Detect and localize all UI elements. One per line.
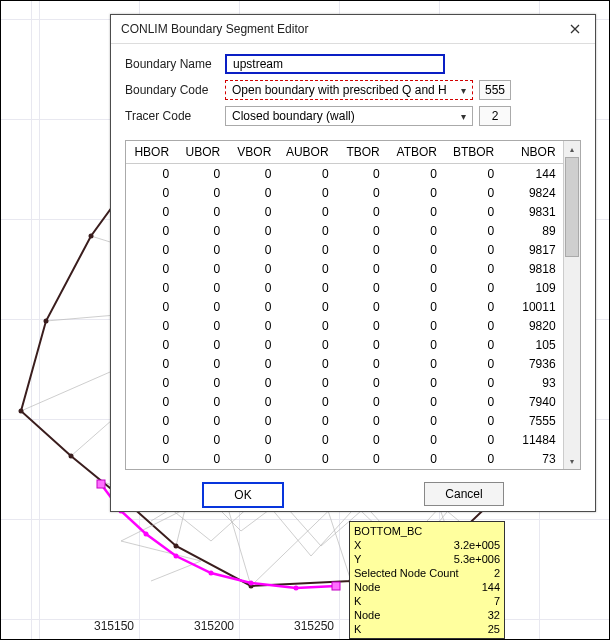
cell: 0 <box>126 468 177 469</box>
scroll-thumb[interactable] <box>565 157 579 257</box>
cell: 9818 <box>502 259 563 278</box>
column-header[interactable]: UBOR <box>177 141 228 164</box>
column-header[interactable]: TBOR <box>337 141 388 164</box>
table-row[interactable]: 000000073 <box>126 449 580 468</box>
cell: 0 <box>228 183 279 202</box>
table-row[interactable]: 000000010011 <box>126 297 580 316</box>
table-row[interactable]: 0000000109 <box>126 278 580 297</box>
cell: 0 <box>279 164 336 184</box>
table-row[interactable]: 000000011481 <box>126 468 580 469</box>
cell: 0 <box>388 259 445 278</box>
table-row[interactable]: 000000089 <box>126 221 580 240</box>
column-header[interactable]: BTBOR <box>445 141 502 164</box>
cell: 0 <box>388 164 445 184</box>
cell: 0 <box>126 240 177 259</box>
column-header[interactable]: NBOR <box>502 141 563 164</box>
cell: 0 <box>445 259 502 278</box>
cell: 0 <box>279 240 336 259</box>
chevron-down-icon: ▾ <box>461 85 466 96</box>
table-row[interactable]: 00000009824 <box>126 183 580 202</box>
cell: 0 <box>337 278 388 297</box>
svg-point-25 <box>334 584 339 589</box>
table-row[interactable]: 00000009831 <box>126 202 580 221</box>
svg-point-17 <box>69 454 74 459</box>
tracer-code-number: 2 <box>479 106 511 126</box>
svg-point-0 <box>19 409 24 414</box>
scroll-down-icon[interactable]: ▾ <box>564 453 580 469</box>
boundary-code-select[interactable]: Open boundary with prescribed Q and H ▾ <box>225 80 473 100</box>
cell: 0 <box>228 240 279 259</box>
cell: 0 <box>126 354 177 373</box>
ok-button[interactable]: OK <box>202 482 284 508</box>
table-row[interactable]: 00000007940 <box>126 392 580 411</box>
scroll-up-icon[interactable]: ▴ <box>564 141 580 157</box>
column-header[interactable]: ATBOR <box>388 141 445 164</box>
cancel-button[interactable]: Cancel <box>424 482 504 506</box>
scrollbar[interactable]: ▴ ▾ <box>563 141 580 469</box>
cell: 0 <box>228 259 279 278</box>
cell: 0 <box>388 202 445 221</box>
cell: 0 <box>445 430 502 449</box>
info-row: Node144 <box>354 580 500 594</box>
cell: 0 <box>445 392 502 411</box>
axis-tick-3: 315250 <box>294 619 334 633</box>
cell: 0 <box>279 259 336 278</box>
cell: 0 <box>126 449 177 468</box>
cell: 0 <box>126 259 177 278</box>
selected-node-marker-2[interactable] <box>332 582 340 590</box>
cell: 0 <box>177 430 228 449</box>
cell: 0 <box>228 221 279 240</box>
table-row[interactable]: 00000009818 <box>126 259 580 278</box>
cell: 7555 <box>502 411 563 430</box>
column-header[interactable]: AUBOR <box>279 141 336 164</box>
cell: 0 <box>228 449 279 468</box>
cell: 0 <box>279 297 336 316</box>
cell: 0 <box>228 316 279 335</box>
tracer-code-value: Closed boundary (wall) <box>232 109 355 123</box>
cell: 0 <box>445 183 502 202</box>
svg-point-15 <box>174 544 179 549</box>
svg-point-20 <box>144 532 149 537</box>
cell: 0 <box>445 221 502 240</box>
table-row[interactable]: 000000093 <box>126 373 580 392</box>
boundary-name-input[interactable] <box>225 54 445 74</box>
dialog-title: CONLIM Boundary Segment Editor <box>121 22 561 36</box>
cell: 0 <box>126 164 177 184</box>
close-icon[interactable] <box>561 19 589 39</box>
cell: 0 <box>177 468 228 469</box>
cell: 0 <box>177 316 228 335</box>
selected-node-marker-1[interactable] <box>97 480 105 488</box>
tracer-code-select[interactable]: Closed boundary (wall) ▾ <box>225 106 473 126</box>
cell: 0 <box>228 297 279 316</box>
cell: 0 <box>337 297 388 316</box>
svg-point-23 <box>249 581 254 586</box>
cell: 0 <box>177 221 228 240</box>
cell: 0 <box>228 278 279 297</box>
table-row[interactable]: 00000009820 <box>126 316 580 335</box>
boundary-name-label: Boundary Name <box>125 57 219 71</box>
table-row[interactable]: 00000007936 <box>126 354 580 373</box>
table-row[interactable]: 00000007555 <box>126 411 580 430</box>
cell: 0 <box>126 221 177 240</box>
cell: 0 <box>126 278 177 297</box>
cell: 0 <box>337 468 388 469</box>
table-row[interactable]: 00000009817 <box>126 240 580 259</box>
info-title: BOTTOM_BC <box>354 524 500 538</box>
conlim-dialog: CONLIM Boundary Segment Editor Boundary … <box>110 14 596 512</box>
cell: 0 <box>445 202 502 221</box>
cell: 0 <box>388 316 445 335</box>
titlebar[interactable]: CONLIM Boundary Segment Editor <box>111 15 595 44</box>
table-row[interactable]: 0000000105 <box>126 335 580 354</box>
cell: 0 <box>445 449 502 468</box>
table-row[interactable]: 000000011484 <box>126 430 580 449</box>
column-header[interactable]: VBOR <box>228 141 279 164</box>
cell: 11481 <box>502 468 563 469</box>
cell: 9820 <box>502 316 563 335</box>
column-header[interactable]: HBOR <box>126 141 177 164</box>
cell: 0 <box>445 297 502 316</box>
cell: 7936 <box>502 354 563 373</box>
cell: 0 <box>445 373 502 392</box>
cell: 0 <box>177 278 228 297</box>
table-row[interactable]: 0000000144 <box>126 164 580 184</box>
cell: 0 <box>279 202 336 221</box>
